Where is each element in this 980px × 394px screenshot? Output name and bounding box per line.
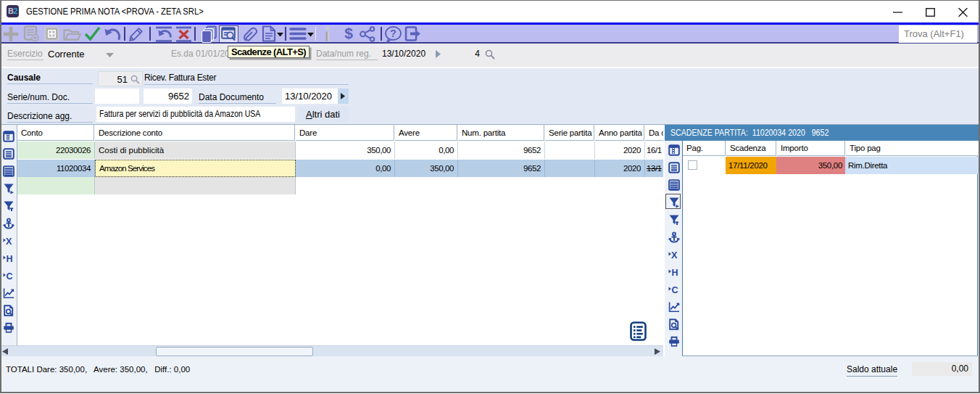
svg-text:?: ? [390,28,396,39]
